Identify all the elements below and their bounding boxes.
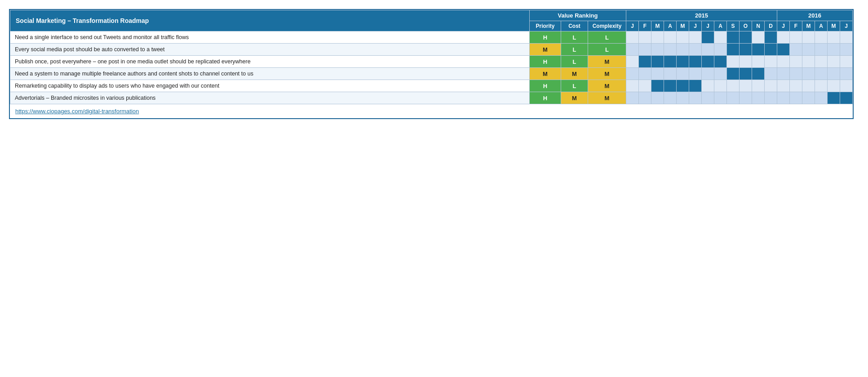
row-0-2015-m3 bbox=[664, 31, 677, 44]
row-3-2015-m6 bbox=[702, 68, 714, 80]
row-5-2016-m3 bbox=[815, 92, 828, 104]
row-2-2016-m2 bbox=[802, 56, 815, 68]
row-2-2015-m10 bbox=[752, 56, 765, 68]
row-5-2015-m2 bbox=[651, 92, 664, 104]
row-0-2015-m9 bbox=[740, 31, 752, 44]
row-1-2015-m1 bbox=[639, 44, 651, 56]
row-3-2015-m3 bbox=[664, 68, 677, 80]
row-1-2016-m3 bbox=[815, 44, 828, 56]
month-2015-f: F bbox=[639, 21, 651, 31]
footer-link[interactable]: https://www.ciopages.com/digital-transfo… bbox=[10, 104, 853, 118]
row-5-2015-m7 bbox=[714, 92, 727, 104]
row-5-priority: H bbox=[530, 92, 561, 104]
row-4-description: Remarketing capability to display ads to… bbox=[10, 80, 530, 92]
month-2015-d: D bbox=[765, 21, 777, 31]
month-2016-j: J bbox=[777, 21, 790, 31]
row-4-priority: H bbox=[530, 80, 561, 92]
row-2-2016-m5 bbox=[840, 56, 853, 68]
cost-header: Cost bbox=[561, 21, 588, 31]
row-3-2015-m2 bbox=[651, 68, 664, 80]
table-title: Social Marketing – Transformation Roadma… bbox=[10, 10, 530, 31]
row-3-2015-m0 bbox=[626, 68, 639, 80]
row-1-cost: L bbox=[561, 44, 588, 56]
row-5-description: Advertorials – Branded microsites in var… bbox=[10, 92, 530, 104]
row-4-2015-m11 bbox=[765, 80, 777, 92]
month-2015-j2: J bbox=[689, 21, 702, 31]
row-4-2015-m9 bbox=[740, 80, 752, 92]
row-0-2015-m6 bbox=[702, 31, 714, 44]
row-0-2016-m1 bbox=[790, 31, 802, 44]
row-2-2015-m7 bbox=[714, 56, 727, 68]
row-1-2015-m7 bbox=[714, 44, 727, 56]
row-0-2015-m2 bbox=[651, 31, 664, 44]
row-2-2015-m8 bbox=[727, 56, 740, 68]
row-4-2015-m6 bbox=[702, 80, 714, 92]
row-3-2015-m7 bbox=[714, 68, 727, 80]
row-1-2015-m8 bbox=[727, 44, 740, 56]
row-3-2015-m10 bbox=[752, 68, 765, 80]
complexity-header: Complexity bbox=[588, 21, 626, 31]
row-2-2015-m9 bbox=[740, 56, 752, 68]
row-5-2015-m11 bbox=[765, 92, 777, 104]
row-1-2015-m4 bbox=[677, 44, 689, 56]
row-1-2015-m3 bbox=[664, 44, 677, 56]
row-3-2016-m0 bbox=[777, 68, 790, 80]
month-2015-n: N bbox=[752, 21, 765, 31]
row-3-2015-m1 bbox=[639, 68, 651, 80]
row-0-2015-m8 bbox=[727, 31, 740, 44]
month-2016-m: M bbox=[802, 21, 815, 31]
roadmap-container: Social Marketing – Transformation Roadma… bbox=[9, 9, 854, 119]
row-2-2016-m1 bbox=[790, 56, 802, 68]
row-1-2015-m10 bbox=[752, 44, 765, 56]
year-2016-header: 2016 bbox=[777, 10, 853, 21]
month-2016-m2: M bbox=[828, 21, 840, 31]
row-0-2015-m11 bbox=[765, 31, 777, 44]
row-0-2015-m5 bbox=[689, 31, 702, 44]
row-2-2015-m11 bbox=[765, 56, 777, 68]
row-3-2015-m5 bbox=[689, 68, 702, 80]
month-2015-a2: A bbox=[714, 21, 727, 31]
website-link[interactable]: https://www.ciopages.com/digital-transfo… bbox=[15, 108, 139, 115]
row-2-2015-m3 bbox=[664, 56, 677, 68]
row-0-2015-m10 bbox=[752, 31, 765, 44]
row-5-2015-m10 bbox=[752, 92, 765, 104]
row-1-description: Every social media post should be auto c… bbox=[10, 44, 530, 56]
row-4-2015-m7 bbox=[714, 80, 727, 92]
row-5-2015-m8 bbox=[727, 92, 740, 104]
month-2016-a: A bbox=[815, 21, 828, 31]
month-2015-j3: J bbox=[702, 21, 714, 31]
row-5-2015-m3 bbox=[664, 92, 677, 104]
row-3-2015-m9 bbox=[740, 68, 752, 80]
row-2-cost: L bbox=[561, 56, 588, 68]
row-3-2016-m2 bbox=[802, 68, 815, 80]
row-1-2015-m9 bbox=[740, 44, 752, 56]
row-2-2016-m3 bbox=[815, 56, 828, 68]
month-2015-s: S bbox=[727, 21, 740, 31]
row-4-2015-m2 bbox=[651, 80, 664, 92]
row-2-2015-m5 bbox=[689, 56, 702, 68]
row-1-2015-m2 bbox=[651, 44, 664, 56]
month-2016-j2: J bbox=[840, 21, 853, 31]
row-4-2015-m4 bbox=[677, 80, 689, 92]
row-3-2016-m5 bbox=[840, 68, 853, 80]
row-2-2015-m0 bbox=[626, 56, 639, 68]
row-0-2015-m4 bbox=[677, 31, 689, 44]
row-2-complexity: M bbox=[588, 56, 626, 68]
month-2015-m1: M bbox=[651, 21, 664, 31]
row-5-complexity: M bbox=[588, 92, 626, 104]
row-3-2016-m3 bbox=[815, 68, 828, 80]
row-4-2016-m5 bbox=[840, 80, 853, 92]
row-1-2016-m0 bbox=[777, 44, 790, 56]
row-0-2016-m2 bbox=[802, 31, 815, 44]
row-4-2016-m3 bbox=[815, 80, 828, 92]
row-3-description: Need a system to manage multiple freelan… bbox=[10, 68, 530, 80]
row-5-2016-m2 bbox=[802, 92, 815, 104]
roadmap-table: Social Marketing – Transformation Roadma… bbox=[10, 10, 853, 104]
row-3-2015-m4 bbox=[677, 68, 689, 80]
priority-header: Priority bbox=[530, 21, 561, 31]
row-1-priority: M bbox=[530, 44, 561, 56]
row-3-priority: M bbox=[530, 68, 561, 80]
row-5-2015-m4 bbox=[677, 92, 689, 104]
row-2-2016-m4 bbox=[828, 56, 840, 68]
month-2015-m2: M bbox=[677, 21, 689, 31]
